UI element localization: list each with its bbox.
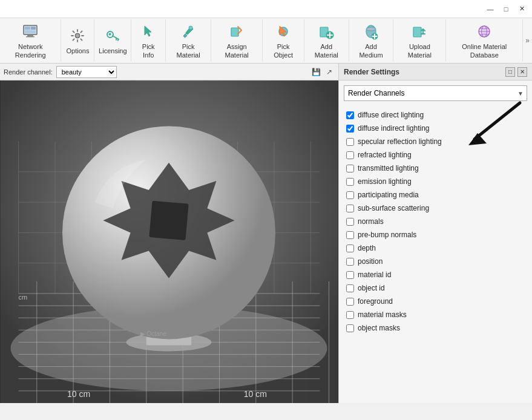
channel-checkbox-position[interactable] (346, 258, 354, 266)
toolbar-label-assign-material: Assign Material (217, 43, 256, 59)
add-med-icon (361, 22, 381, 41)
svg-text:cm: cm (19, 294, 28, 301)
channel-label-object-masks: object masks (358, 324, 400, 332)
toolbar-label-upload-material: Upload Material (399, 43, 439, 59)
channel-checkbox-normals[interactable] (346, 218, 354, 226)
svg-rect-80 (149, 201, 188, 240)
svg-rect-2 (26, 36, 34, 38)
channel-item-material-id[interactable]: material id (346, 268, 525, 281)
channel-item-emission-lighting[interactable]: emission lighting (346, 175, 525, 188)
panel-restore-button[interactable]: □ (505, 67, 515, 77)
more-icon: » (525, 36, 530, 45)
channel-item-material-masks[interactable]: material masks (346, 308, 525, 321)
channel-checkbox-object-id[interactable] (346, 284, 354, 292)
channel-item-depth[interactable]: depth (346, 241, 525, 255)
panel-close-button[interactable]: ✕ (517, 67, 527, 77)
channel-save-icon[interactable]: 💾 (310, 67, 321, 77)
minimize-button[interactable]: — (485, 4, 496, 15)
channel-item-sub-surface-scattering[interactable]: sub-surface scattering (346, 202, 525, 215)
toolbar-item-pick-info[interactable]: Pick Info (131, 19, 166, 62)
channel-label-emission-lighting: emission lighting (358, 177, 412, 186)
channel-item-diffuse-indirect[interactable]: diffuse indirect lighting (346, 122, 525, 135)
panel-header: Render Settings □ ✕ (339, 64, 532, 80)
main-area: Render channel: beauty diffuse direct li… (0, 64, 532, 403)
toolbar-item-assign-material[interactable]: Assign Material (211, 19, 263, 62)
channels-list: diffuse direct lightingdiffuse indirect … (339, 106, 532, 403)
maximize-button[interactable]: □ (501, 4, 511, 15)
channel-checkbox-diffuse-direct[interactable] (346, 111, 354, 119)
channel-item-normals[interactable]: normals (346, 215, 525, 228)
svg-rect-1 (27, 35, 33, 36)
svg-point-13 (109, 33, 111, 35)
channel-checkbox-material-id[interactable] (346, 271, 354, 279)
toolbar-label-pick-object: Pick Object (269, 43, 298, 59)
toolbar-item-pick-object[interactable]: Pick Object (263, 19, 304, 62)
channel-label-sub-surface-scattering: sub-surface scattering (358, 204, 429, 212)
render-channel-label: Render channel: (4, 68, 53, 76)
channel-checkbox-depth[interactable] (346, 244, 354, 252)
title-bar: — □ ✕ (0, 0, 532, 18)
toolbar-label-licensing: Licensing (99, 47, 126, 55)
channel-share-icon[interactable]: ↗ (324, 67, 335, 77)
channel-item-participating-media[interactable]: participating media (346, 188, 525, 202)
cursor-icon (139, 22, 158, 41)
channel-item-position[interactable]: position (346, 255, 525, 268)
channel-item-object-id[interactable]: object id (346, 281, 525, 295)
key-icon (103, 26, 122, 45)
toolbar-item-pick-material[interactable]: Pick Material (166, 19, 211, 62)
svg-rect-4 (25, 27, 30, 30)
channel-checkbox-foreground[interactable] (346, 298, 354, 306)
channel-checkbox-material-masks[interactable] (346, 311, 354, 319)
add-mat-icon (317, 22, 336, 41)
toolbar-item-network-rendering[interactable]: Network Rendering (0, 19, 61, 62)
toolbar-item-add-material[interactable]: Add Material (304, 19, 349, 62)
channel-item-pre-bump-normals[interactable]: pre-bump normals (346, 228, 525, 241)
channel-checkbox-diffuse-indirect[interactable] (346, 125, 354, 133)
render-channel-select[interactable]: beauty diffuse direct lighting diffuse i… (56, 66, 117, 78)
svg-text:10 cm: 10 cm (244, 389, 267, 399)
channel-checkbox-object-masks[interactable] (346, 324, 354, 332)
title-bar-controls: — □ ✕ (485, 4, 527, 15)
panel-title: Render Settings (344, 68, 503, 76)
toolbar-item-upload-material[interactable]: Upload Material (393, 19, 446, 62)
toolbar-item-add-medium[interactable]: Add Medium (349, 19, 394, 62)
toolbar-more-button[interactable]: » (523, 19, 532, 62)
channel-checkbox-specular-reflection[interactable] (346, 138, 354, 146)
channel-checkbox-transmitted-lighting[interactable] (346, 165, 354, 172)
toolbar-label-add-medium: Add Medium (355, 43, 387, 59)
globe-icon (475, 22, 494, 41)
channel-item-transmitted-lighting[interactable]: transmitted lighting (346, 162, 525, 175)
channel-label-participating-media: participating media (358, 191, 419, 199)
channel-checkbox-pre-bump-normals[interactable] (346, 231, 354, 239)
channel-label-position: position (358, 257, 383, 266)
channel-item-diffuse-direct[interactable]: diffuse direct lighting (346, 108, 525, 122)
assign-icon (227, 22, 246, 41)
channel-label-material-id: material id (358, 271, 391, 279)
toolbar-item-licensing[interactable]: Licensing (94, 19, 131, 62)
channel-item-foreground[interactable]: foreground (346, 295, 525, 308)
svg-rect-27 (413, 27, 421, 37)
channel-checkbox-participating-media[interactable] (346, 191, 354, 199)
channel-checkbox-refracted-lighting[interactable] (346, 151, 354, 159)
channel-item-specular-reflection[interactable]: specular reflection lighting (346, 135, 525, 148)
channel-checkbox-emission-lighting[interactable] (346, 178, 354, 186)
channel-checkbox-sub-surface-scattering[interactable] (346, 205, 354, 212)
render-channels-select[interactable]: Render Channels Post Processing Denoiser (344, 85, 527, 101)
gear-icon (68, 26, 87, 45)
toolbar-item-online-material-db[interactable]: Online Material Database (446, 19, 523, 62)
channel-item-refracted-lighting[interactable]: refracted lighting (346, 148, 525, 162)
svg-rect-6 (25, 30, 36, 33)
toolbar-item-options[interactable]: Options (61, 19, 94, 62)
viewport-scene: 10 cm 10 cm cm (0, 80, 338, 403)
close-button[interactable]: ✕ (516, 4, 527, 15)
channel-item-object-masks[interactable]: object masks (346, 321, 525, 335)
svg-rect-16 (231, 28, 238, 36)
eyedropper-icon (179, 22, 198, 41)
channel-icon-group: 💾 ↗ (310, 67, 335, 77)
channel-label-normals: normals (358, 217, 384, 226)
channel-label-object-id: object id (358, 284, 385, 292)
svg-text:10 cm: 10 cm (67, 389, 90, 399)
channel-label-material-masks: material masks (358, 310, 407, 319)
channel-label-depth: depth (358, 244, 376, 252)
render-channels-dropdown[interactable]: Render Channels Post Processing Denoiser… (344, 85, 527, 101)
